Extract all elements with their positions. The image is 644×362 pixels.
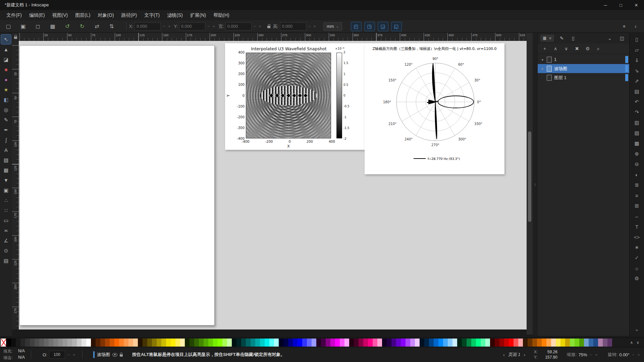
gradient-tool[interactable]: ▧ xyxy=(1,155,11,165)
maximize-button[interactable]: □ xyxy=(613,0,629,10)
palette-swatch[interactable] xyxy=(476,339,481,347)
close-button[interactable]: ✕ xyxy=(629,0,644,10)
palette-swatch[interactable] xyxy=(53,339,58,347)
palette-swatch[interactable] xyxy=(86,339,91,347)
scale-stroke-toggle[interactable]: ◰ xyxy=(351,22,362,31)
objects-dialog-button[interactable]: ≣ xyxy=(632,180,642,190)
rotation-value[interactable]: 0.00° xyxy=(619,352,630,357)
pen-tool[interactable]: ✒ xyxy=(1,125,11,135)
palette-swatch[interactable] xyxy=(537,339,542,347)
menu-item[interactable]: 文字(T) xyxy=(141,10,163,20)
palette-swatch[interactable] xyxy=(509,339,514,347)
zoom-decrement[interactable]: − xyxy=(589,352,593,357)
selection-mode-button[interactable]: ▩ xyxy=(47,22,58,31)
palette-swatch[interactable] xyxy=(467,339,471,347)
palette-swatch[interactable] xyxy=(204,339,208,347)
palette-swatch[interactable] xyxy=(6,339,11,347)
palette-swatch[interactable] xyxy=(452,339,457,347)
move-patterns-toggle[interactable]: ◱ xyxy=(391,22,402,31)
palette-scroll-down-button[interactable]: ∨ xyxy=(636,340,639,345)
spellcheck-button[interactable]: ✓ xyxy=(632,253,642,262)
palette-swatch[interactable] xyxy=(424,339,429,347)
palette-swatch[interactable] xyxy=(20,339,25,347)
palette-swatch[interactable] xyxy=(251,339,255,347)
import-file-button[interactable]: ⇘ xyxy=(632,66,642,75)
palette-scroll-up-button[interactable]: ∧ xyxy=(630,340,633,345)
palette-swatch[interactable] xyxy=(194,339,199,347)
lower-layer-button[interactable]: ∨ xyxy=(562,45,571,53)
width-increment[interactable]: + xyxy=(258,24,262,29)
move-gradients-toggle[interactable]: ◲ xyxy=(378,22,388,31)
palette-swatch[interactable] xyxy=(67,339,72,347)
palette-swatch[interactable] xyxy=(382,339,387,347)
palette-swatch[interactable] xyxy=(312,339,316,347)
horizontal-ruler[interactable]: 2550751001251501752002252502753003253503… xyxy=(19,33,527,41)
palette-swatch[interactable] xyxy=(471,339,476,347)
polar-figure[interactable]: Z轴截面方向图（三频叠加，瑞丽波）\n全局归一化 | vt=80.0, vr=1… xyxy=(365,43,504,174)
transform-dialog-button[interactable]: ⇔ xyxy=(632,212,642,221)
preferences-button[interactable]: ☼ xyxy=(632,263,642,273)
palette-swatch[interactable] xyxy=(321,339,326,347)
layer-row-2-selected[interactable]: ▸ 波场图 xyxy=(538,64,629,73)
palette-swatch[interactable] xyxy=(532,339,537,347)
palette-swatch[interactable] xyxy=(161,339,166,347)
y-decrement[interactable]: − xyxy=(207,24,211,29)
measure-tool[interactable]: ∠ xyxy=(1,236,11,245)
palette-swatch[interactable] xyxy=(546,339,551,347)
palette-swatch[interactable] xyxy=(462,339,467,347)
panel-tab-3[interactable]: ▯ xyxy=(570,35,577,42)
node-tool[interactable]: ▲ xyxy=(1,45,11,54)
close-icon[interactable]: ✕ xyxy=(549,36,552,41)
palette-swatch[interactable] xyxy=(438,339,443,347)
palette-swatch[interactable] xyxy=(514,339,518,347)
palette-swatch[interactable] xyxy=(593,339,598,347)
palette-swatch[interactable] xyxy=(340,339,344,347)
text-tool[interactable]: A xyxy=(1,145,11,155)
x-decrement[interactable]: − xyxy=(162,24,166,29)
palette-swatch[interactable] xyxy=(293,339,298,347)
palette-swatch[interactable] xyxy=(241,339,246,347)
palette-swatch[interactable] xyxy=(283,339,288,347)
y-input[interactable] xyxy=(179,22,205,31)
palette-swatch[interactable] xyxy=(96,339,100,347)
flip-horizontal-button[interactable]: ⇄ xyxy=(91,22,103,31)
palette-swatch[interactable] xyxy=(175,339,180,347)
vertical-scrollbar[interactable] xyxy=(527,33,533,335)
snap-controls-button[interactable]: ⌖ xyxy=(619,22,630,31)
menu-item[interactable]: 文件(F) xyxy=(3,10,25,20)
palette-swatch[interactable] xyxy=(190,339,194,347)
spiral-tool[interactable]: ◎ xyxy=(1,105,11,115)
palette-swatch[interactable] xyxy=(213,339,218,347)
print-button[interactable]: ▤ xyxy=(632,87,642,96)
palette-swatch[interactable] xyxy=(556,339,560,347)
palette-swatch[interactable] xyxy=(316,339,321,347)
rotate-cw-button[interactable]: ↻ xyxy=(76,22,88,31)
duplicate-button[interactable]: ▩ xyxy=(632,139,642,148)
aspect-lock-toggle[interactable] xyxy=(267,24,270,28)
palette-swatch[interactable] xyxy=(570,339,575,347)
menu-item[interactable]: 扩展(N) xyxy=(186,10,210,20)
deselect-button[interactable]: ◻ xyxy=(32,22,44,31)
palette-swatch[interactable] xyxy=(518,339,523,347)
palette-swatch[interactable] xyxy=(330,339,335,347)
palette-swatch[interactable] xyxy=(335,339,340,347)
palette-swatch[interactable] xyxy=(607,339,612,347)
panel-tab-2[interactable]: ✎ xyxy=(557,35,566,42)
menu-item[interactable]: 图层(L) xyxy=(71,10,94,20)
palette-swatch[interactable] xyxy=(105,339,110,347)
palette-swatch[interactable] xyxy=(420,339,424,347)
ruler-corner[interactable] xyxy=(12,33,19,41)
width-input[interactable] xyxy=(225,22,252,31)
document-page[interactable] xyxy=(19,45,215,325)
menu-item[interactable]: 滤镜(S) xyxy=(163,10,186,20)
palette-swatch[interactable] xyxy=(359,339,363,347)
palette-swatch[interactable] xyxy=(598,339,603,347)
paste-button[interactable]: ▨ xyxy=(632,128,642,138)
search-layers-button[interactable]: ⌕ xyxy=(594,45,603,53)
text-dialog-button[interactable]: T xyxy=(632,222,642,231)
palette-swatch[interactable] xyxy=(589,339,593,347)
layer-row-3[interactable]: 图层 1 xyxy=(538,73,629,82)
palette-swatch[interactable] xyxy=(25,339,30,347)
palette-swatch[interactable] xyxy=(269,339,274,347)
zoom-tool[interactable]: ⊙ xyxy=(1,246,11,255)
